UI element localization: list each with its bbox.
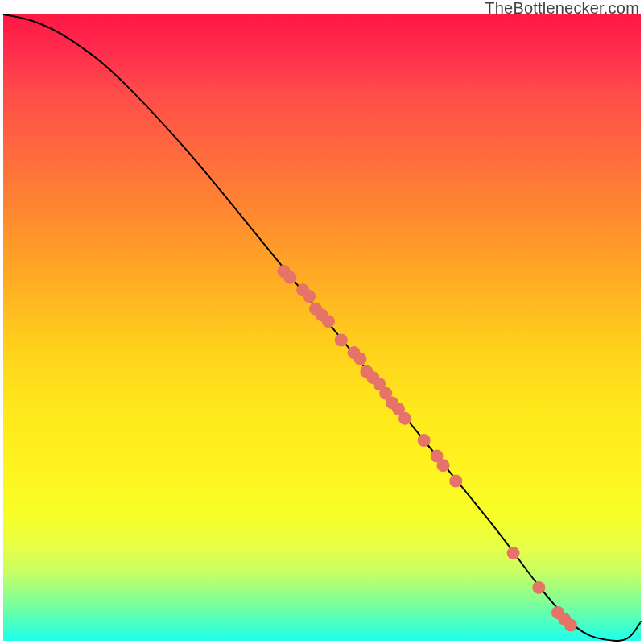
chart-container: TheBottlenecker.com [0,0,644,644]
attribution-text: TheBottlenecker.com [485,0,639,18]
chart-plot-area [3,14,641,641]
